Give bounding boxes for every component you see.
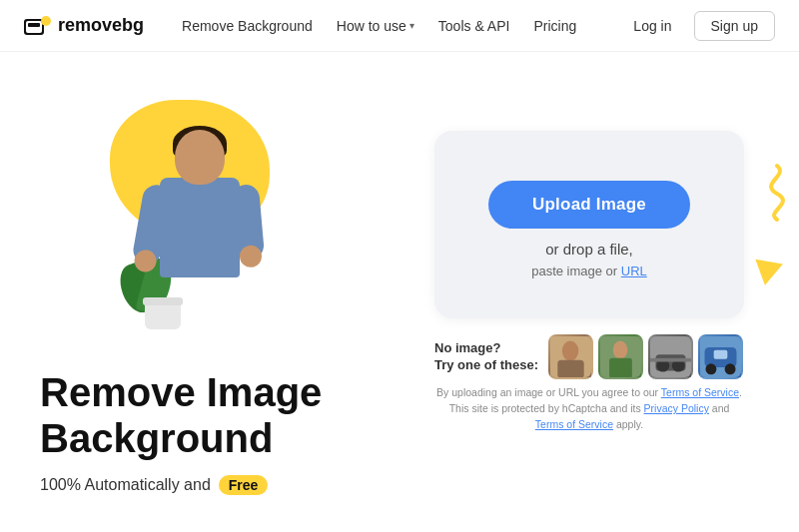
svg-rect-2 bbox=[28, 23, 40, 27]
signup-button[interactable]: Sign up bbox=[694, 11, 775, 41]
login-button[interactable]: Log in bbox=[623, 12, 681, 40]
nav-tools-api[interactable]: Tools & API bbox=[428, 12, 520, 40]
svg-point-18 bbox=[725, 364, 736, 375]
upload-button[interactable]: Upload Image bbox=[488, 181, 690, 229]
pot-body bbox=[145, 301, 181, 329]
drop-text: or drop a file, bbox=[545, 241, 633, 258]
person-illustration bbox=[130, 130, 270, 339]
hero-section: Remove Image Background 100% Automatical… bbox=[0, 52, 799, 532]
privacy-link[interactable]: Privacy Policy bbox=[644, 402, 709, 414]
sample-thumbs bbox=[548, 334, 743, 379]
sample-thumb-4[interactable] bbox=[698, 334, 743, 379]
svg-rect-9 bbox=[609, 358, 632, 377]
svg-rect-6 bbox=[557, 360, 583, 377]
terms-link-2[interactable]: Terms of Service bbox=[535, 418, 613, 430]
samples-row: No image? Try one of these: bbox=[434, 334, 744, 379]
chevron-down-icon: ▾ bbox=[409, 20, 414, 31]
hero-heading: Remove Image Background bbox=[40, 369, 419, 461]
samples-label: No image? Try one of these: bbox=[434, 340, 538, 374]
nav-pricing[interactable]: Pricing bbox=[523, 12, 586, 40]
thumb-2-icon bbox=[600, 336, 641, 377]
terms-link[interactable]: Terms of Service bbox=[661, 386, 739, 398]
sample-thumb-2[interactable] bbox=[598, 334, 643, 379]
nav-remove-background[interactable]: Remove Background bbox=[172, 12, 323, 40]
nav-links: Remove Background How to use ▾ Tools & A… bbox=[172, 12, 623, 40]
logo-text: removebg bbox=[58, 15, 144, 36]
svg-rect-19 bbox=[714, 350, 728, 359]
thumb-3-icon bbox=[650, 336, 691, 377]
svg-point-8 bbox=[613, 341, 628, 359]
hero-text: Remove Image Background 100% Automatical… bbox=[40, 369, 419, 495]
thumb-4-icon bbox=[700, 336, 741, 377]
nav-how-to-use[interactable]: How to use ▾ bbox=[327, 12, 424, 40]
sample-thumb-1[interactable] bbox=[548, 334, 593, 379]
person-head bbox=[175, 130, 225, 185]
upload-card: Upload Image or drop a file, paste image… bbox=[434, 131, 744, 318]
person-torso bbox=[160, 178, 240, 277]
person-hand-right bbox=[239, 244, 263, 267]
sample-thumb-3[interactable] bbox=[648, 334, 693, 379]
logo-icon bbox=[24, 15, 52, 37]
hero-illustration bbox=[60, 80, 340, 339]
disclaimer-text: By uploading an image or URL you agree t… bbox=[434, 385, 744, 432]
nav-auth: Log in Sign up bbox=[623, 11, 775, 41]
thumb-1-icon bbox=[550, 336, 591, 377]
svg-point-3 bbox=[41, 16, 51, 26]
svg-point-17 bbox=[705, 364, 716, 375]
hero-left: Remove Image Background 100% Automatical… bbox=[40, 90, 419, 495]
url-link[interactable]: URL bbox=[621, 264, 647, 278]
logo-link[interactable]: removebg bbox=[24, 15, 144, 37]
svg-point-5 bbox=[562, 341, 578, 361]
drop-sub-text: paste image or URL bbox=[531, 264, 647, 278]
hero-subtext: 100% Automatically and Free bbox=[40, 475, 419, 495]
plant-pot bbox=[145, 289, 181, 329]
free-badge: Free bbox=[219, 475, 269, 495]
svg-rect-14 bbox=[650, 358, 691, 362]
navbar: removebg Remove Background How to use ▾ … bbox=[0, 0, 799, 52]
pot-rim bbox=[143, 297, 183, 305]
hero-right: Upload Image or drop a file, paste image… bbox=[419, 131, 759, 432]
